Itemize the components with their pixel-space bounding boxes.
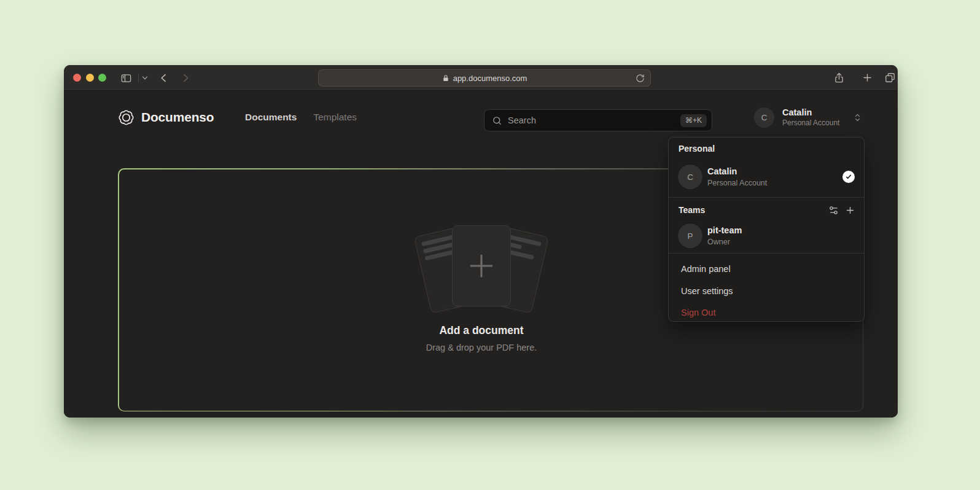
back-button[interactable] [158, 72, 170, 84]
teams-actions [828, 205, 855, 216]
personal-account-subtitle: Personal Account [707, 179, 767, 187]
create-team-button[interactable] [845, 205, 855, 216]
lock-icon [442, 74, 449, 82]
settings-sliders-icon [828, 205, 839, 216]
traffic-lights [73, 74, 106, 82]
brand-logo[interactable]: Documenso [118, 91, 214, 144]
chevron-down-icon [142, 76, 148, 80]
nav-documents[interactable]: Documents [245, 112, 297, 123]
brand-name: Documenso [141, 110, 214, 125]
tab-overview-button[interactable] [884, 72, 896, 84]
refresh-button[interactable] [636, 74, 645, 83]
documenso-seal-icon [118, 109, 134, 126]
forward-button[interactable] [179, 72, 192, 84]
avatar: P [678, 224, 702, 248]
avatar: C [754, 107, 774, 128]
dropdown-divider [669, 253, 864, 254]
forward-arrow-icon [179, 72, 192, 84]
plus-icon [845, 205, 855, 216]
avatar: C [678, 165, 702, 189]
browser-window: app.documenso.com [64, 65, 898, 418]
menu-item-user-settings[interactable]: User settings [674, 282, 859, 300]
dropzone-subtitle: Drag & drop your PDF here. [426, 343, 537, 352]
personal-account-item[interactable]: C Catalin Personal Account [674, 160, 859, 194]
close-window-button[interactable] [73, 74, 81, 82]
url-text: app.documenso.com [453, 74, 527, 83]
sidebar-toggle-button[interactable] [120, 72, 132, 84]
search-shortcut-badge: ⌘+K [680, 114, 707, 127]
personal-section-label: Personal [679, 144, 715, 154]
document-cards-illustration [416, 224, 546, 311]
plus-icon [861, 72, 873, 84]
selected-check-icon [842, 171, 855, 183]
sidebar-icon [120, 72, 132, 84]
account-subtitle: Personal Account [782, 119, 839, 127]
refresh-icon [636, 74, 645, 83]
menu-item-admin-panel[interactable]: Admin panel [674, 260, 859, 278]
search-bar[interactable]: ⌘+K [484, 109, 712, 131]
account-dropdown-menu: Personal C Catalin Personal Account Team… [668, 137, 865, 322]
nav-templates[interactable]: Templates [313, 112, 357, 123]
app-content: Documenso Documents Templates ⌘+K C Cata… [64, 91, 898, 418]
account-name: Catalin [782, 107, 839, 118]
zoom-window-button[interactable] [98, 74, 106, 82]
menu-item-sign-out[interactable]: Sign Out [674, 303, 859, 322]
dropdown-divider [669, 197, 864, 198]
teams-section-label: Teams [679, 205, 705, 215]
new-tab-button[interactable] [861, 72, 873, 84]
chevrons-up-down-icon [853, 113, 862, 122]
address-bar[interactable]: app.documenso.com [318, 69, 651, 87]
team-name: pit-team [707, 225, 742, 236]
share-button[interactable] [833, 72, 845, 84]
team-role: Owner [707, 238, 742, 246]
account-menu-trigger[interactable]: C Catalin Personal Account [754, 107, 862, 128]
search-input[interactable] [508, 115, 675, 125]
dropzone-title: Add a document [439, 324, 523, 337]
minimize-window-button[interactable] [86, 74, 94, 82]
add-plus-icon [465, 249, 498, 282]
search-icon [492, 115, 502, 126]
manage-teams-button[interactable] [828, 205, 839, 216]
tabs-icon [884, 72, 896, 84]
back-arrow-icon [158, 72, 170, 84]
main-nav: Documents Templates [245, 91, 357, 144]
toolbar-divider [138, 74, 139, 82]
document-card-center [452, 225, 511, 306]
share-icon [833, 72, 845, 84]
team-item[interactable]: P pit-team Owner [674, 219, 859, 253]
personal-account-name: Catalin [707, 166, 767, 177]
sidebar-menu-chevron-button[interactable] [142, 76, 148, 80]
browser-toolbar: app.documenso.com [64, 65, 898, 91]
